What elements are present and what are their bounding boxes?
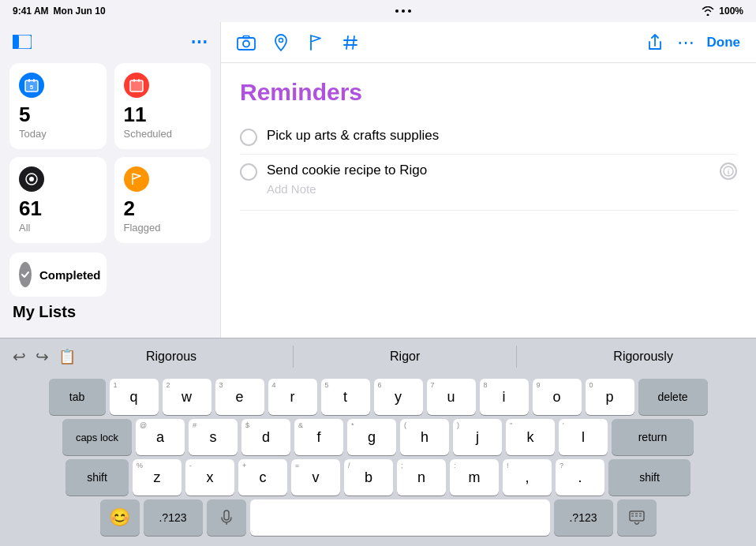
q-key[interactable]: 1q [110, 379, 159, 415]
g-key[interactable]: *g [347, 419, 396, 455]
share-icon[interactable] [646, 33, 664, 52]
r-key[interactable]: 4r [268, 379, 317, 415]
svg-line-17 [353, 36, 354, 49]
hashtag-icon[interactable] [341, 33, 360, 52]
svg-rect-6 [130, 80, 143, 92]
all-count: 61 [19, 198, 97, 219]
reminders-toolbar: ⋯ Done [221, 22, 756, 63]
z-key[interactable]: %z [133, 459, 182, 496]
svg-point-10 [29, 177, 34, 181]
today-count: 5 [19, 104, 97, 125]
microphone-key[interactable] [207, 499, 246, 536]
sidebar-header: ⋯ [9, 32, 211, 52]
flag-icon[interactable] [306, 33, 325, 52]
numbers-key-right[interactable]: .?123 [554, 499, 613, 536]
n-key[interactable]: ;n [397, 459, 446, 496]
svg-rect-8 [138, 79, 140, 82]
more-options-icon[interactable]: ⋯ [677, 32, 694, 53]
camera-icon[interactable] [237, 33, 256, 52]
j-key[interactable]: )j [453, 419, 502, 455]
hide-keyboard-key[interactable] [617, 499, 657, 536]
date: Mon Jun 10 [54, 6, 106, 17]
all-label: All [19, 222, 97, 234]
reminder-checkbox-2[interactable] [240, 163, 257, 181]
all-card[interactable]: 61 All [9, 157, 107, 243]
y-key[interactable]: 6y [374, 379, 423, 415]
return-key[interactable]: return [612, 419, 694, 455]
reminders-content: Reminders Pick up arts & crafts supplies… [221, 63, 756, 338]
today-label: Today [19, 128, 97, 140]
s-key[interactable]: #s [189, 419, 238, 455]
main-content: ⋯ 5 5 Today [0, 22, 756, 338]
shift-right-key[interactable]: shift [608, 459, 691, 496]
suggestion-2[interactable]: Rigor [377, 345, 432, 368]
paste-icon[interactable]: 📋 [58, 348, 76, 365]
e-key[interactable]: 3e [215, 379, 264, 415]
scheduled-card[interactable]: 11 Scheduled [114, 63, 211, 149]
suggestion-1[interactable]: Rigorous [133, 345, 209, 368]
reminder-text-1: Pick up arts & crafts supplies [267, 128, 737, 144]
completed-icon [19, 262, 32, 287]
today-card[interactable]: 5 5 Today [9, 63, 107, 149]
f-key[interactable]: &f [294, 419, 343, 455]
u-key[interactable]: 7u [427, 379, 476, 415]
delete-key[interactable]: delete [638, 379, 708, 415]
location-icon[interactable] [271, 33, 290, 52]
wifi-icon [702, 6, 714, 16]
tab-key[interactable]: tab [49, 379, 106, 415]
keyboard-row-3: shift %z -x +c =v /b ;n :m !, ?. shift [3, 459, 753, 496]
svg-point-15 [279, 38, 283, 42]
svg-text:5: 5 [30, 84, 34, 91]
reminder-item[interactable]: Pick up arts & crafts supplies [240, 120, 737, 155]
dot2 [402, 9, 405, 13]
exclaim-key[interactable]: !, [503, 459, 552, 496]
divider-2 [516, 346, 517, 368]
emoji-key[interactable]: 😊 [100, 499, 140, 536]
done-button[interactable]: Done [707, 35, 741, 50]
reminder-checkbox-1[interactable] [240, 129, 257, 146]
dot1 [395, 9, 399, 13]
status-bar-left: 9:41 AM Mon Jun 10 [13, 6, 106, 17]
reminder-info-button[interactable]: i [720, 163, 737, 180]
more-button[interactable]: ⋯ [190, 32, 208, 52]
o-key[interactable]: 9o [533, 379, 582, 415]
suggestion-3[interactable]: Rigorously [601, 345, 686, 368]
redo-icon[interactable]: ↪ [36, 347, 49, 366]
shift-left-key[interactable]: shift [65, 459, 129, 496]
keyboard: tab 1q 2w 3e 4r 5t 6y 7u 8i 9o 0p delete… [0, 374, 756, 546]
b-key[interactable]: /b [344, 459, 393, 496]
autocomplete-suggestions: Rigorous Rigor Rigorously [76, 345, 743, 368]
question-key[interactable]: ?. [556, 459, 604, 496]
space-key[interactable] [250, 499, 550, 536]
x-key[interactable]: -x [185, 459, 234, 496]
svg-rect-3 [28, 79, 30, 82]
undo-icon[interactable]: ↩ [13, 347, 26, 366]
w-key[interactable]: 2w [163, 379, 211, 415]
t-key[interactable]: 5t [321, 379, 370, 415]
a-key[interactable]: @a [136, 419, 185, 455]
p-key[interactable]: 0p [586, 379, 634, 415]
sidebar-toggle-icon[interactable] [13, 35, 32, 49]
battery: 100% [719, 6, 743, 17]
autocomplete-bar-left: ↩ ↪ 📋 [13, 347, 76, 366]
completed-card[interactable]: Completed [9, 252, 107, 297]
numbers-key-left[interactable]: .?123 [144, 499, 203, 536]
h-key[interactable]: (h [400, 419, 449, 455]
flagged-card[interactable]: 2 Flagged [114, 157, 211, 243]
add-note[interactable]: Add Note [267, 181, 316, 202]
reminder-item-2[interactable]: Send cookie recipe to Rigo i Add Note [240, 155, 737, 211]
m-key[interactable]: :m [450, 459, 499, 496]
scheduled-icon [124, 73, 149, 98]
k-key[interactable]: "k [506, 419, 555, 455]
my-lists-header: My Lists [9, 297, 211, 324]
v-key[interactable]: =v [291, 459, 340, 496]
svg-rect-1 [13, 35, 19, 49]
d-key[interactable]: $d [241, 419, 290, 455]
i-key[interactable]: 8i [480, 379, 529, 415]
c-key[interactable]: +c [238, 459, 287, 496]
caps-lock-key[interactable]: caps lock [62, 419, 132, 455]
keyboard-row-4: 😊 .?123 .?123 [3, 499, 753, 536]
svg-line-16 [346, 36, 348, 49]
l-key[interactable]: 'l [559, 419, 608, 455]
time: 9:41 AM [13, 6, 49, 17]
